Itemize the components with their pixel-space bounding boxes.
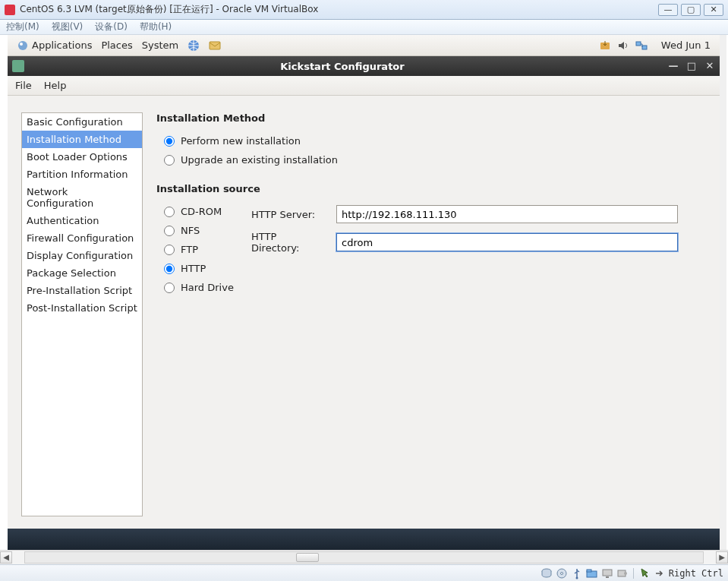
- radio-upgrade-install-label: Upgrade an existing installation: [181, 154, 338, 166]
- app-menu-help[interactable]: Help: [44, 80, 67, 91]
- svg-point-16: [624, 572, 627, 575]
- radio-source-http-input[interactable]: [164, 264, 175, 274]
- scroll-thumb[interactable]: [296, 553, 319, 562]
- scroll-right-arrow[interactable]: ▶: [716, 551, 728, 564]
- status-separator: [633, 568, 634, 579]
- radio-upgrade-install-input[interactable]: [164, 155, 175, 166]
- app-content: Basic ConfigurationInstallation MethodBo…: [8, 96, 720, 529]
- section-installation-source: Installation source: [156, 183, 708, 194]
- kickstart-icon: [12, 60, 24, 72]
- sidebar-item-boot-loader-options[interactable]: Boot Loader Options: [22, 148, 142, 166]
- record-icon[interactable]: [616, 567, 629, 579]
- sidebar-item-display-configuration[interactable]: Display Configuration: [22, 247, 142, 264]
- svg-point-10: [575, 576, 578, 579]
- hard-disk-icon[interactable]: [540, 567, 553, 579]
- radio-source-ftp-label: FTP: [181, 244, 198, 255]
- http-server-input[interactable]: [336, 205, 678, 223]
- host-close-button[interactable]: ✕: [704, 4, 723, 16]
- host-minimize-button[interactable]: —: [658, 4, 678, 16]
- sidebar-item-network-configuration[interactable]: Network Configuration: [22, 183, 142, 212]
- radio-source-ftp-input[interactable]: [164, 245, 175, 255]
- globe-icon: [188, 39, 200, 52]
- section-installation-method: Installation Method: [156, 112, 708, 124]
- svg-rect-3: [210, 42, 220, 49]
- radio-source-cdrom-label: CD-ROM: [181, 206, 222, 217]
- display-icon[interactable]: [601, 567, 613, 579]
- panel-system-label: System: [142, 39, 178, 51]
- svg-rect-12: [587, 570, 591, 572]
- guest-display: Applications Places System Wed Jun 1 Kic…: [8, 35, 720, 550]
- svg-rect-6: [642, 46, 647, 49]
- radio-source-harddrive[interactable]: Hard Drive: [156, 278, 236, 297]
- host-window-titlebar: CentOS 6.3 LVM (target原始备份) [正在运行] - Ora…: [0, 0, 728, 20]
- radio-source-harddrive-input[interactable]: [164, 283, 175, 293]
- svg-rect-5: [636, 42, 641, 46]
- svg-rect-14: [606, 576, 609, 578]
- panel-clock[interactable]: Wed Jun 1: [654, 39, 711, 51]
- host-horizontal-scrollbar[interactable]: ◀ ▶: [0, 550, 728, 564]
- svg-rect-13: [603, 570, 612, 576]
- mouse-integration-icon[interactable]: [638, 567, 651, 579]
- radio-source-nfs-input[interactable]: [164, 226, 175, 236]
- app-close-button[interactable]: ✕: [704, 61, 715, 71]
- http-directory-input[interactable]: [336, 233, 678, 251]
- host-menu-help[interactable]: 帮助(H): [140, 21, 172, 33]
- app-title: Kickstart Configurator: [24, 61, 660, 72]
- foot-icon: [17, 39, 29, 52]
- sidebar-item-authentication[interactable]: Authentication: [22, 212, 142, 229]
- svg-point-1: [20, 43, 23, 46]
- radio-upgrade-install[interactable]: Upgrade an existing installation: [156, 150, 708, 169]
- sidebar-item-installation-method[interactable]: Installation Method: [22, 131, 142, 148]
- app-menu-file[interactable]: File: [15, 80, 32, 91]
- sidebar-item-package-selection[interactable]: Package Selection: [22, 264, 142, 282]
- app-maximize-button[interactable]: □: [686, 61, 697, 71]
- svg-point-0: [18, 41, 27, 50]
- http-server-label: HTTP Server:: [251, 209, 327, 220]
- update-icon[interactable]: [599, 39, 611, 52]
- radio-source-nfs-label: NFS: [181, 225, 200, 236]
- http-directory-label: HTTP Directory:: [251, 231, 327, 254]
- sidebar-item-basic-configuration[interactable]: Basic Configuration: [22, 113, 142, 131]
- panel-launcher-mail[interactable]: [204, 39, 225, 52]
- panel-places-label: Places: [101, 39, 132, 51]
- host-statusbar: Right Ctrl: [0, 564, 728, 581]
- volume-icon[interactable]: [617, 39, 629, 52]
- radio-source-http[interactable]: HTTP: [156, 259, 236, 278]
- radio-source-ftp[interactable]: FTP: [156, 240, 236, 259]
- virtualbox-icon: [5, 5, 15, 15]
- optical-disk-icon[interactable]: [556, 567, 568, 579]
- radio-source-cdrom-input[interactable]: [164, 207, 175, 217]
- shared-folder-icon[interactable]: [586, 567, 598, 579]
- host-key-label: Right Ctrl: [669, 568, 723, 579]
- radio-source-http-label: HTTP: [181, 263, 206, 274]
- radio-new-install[interactable]: Perform new installation: [156, 131, 708, 150]
- host-key-arrow-icon: [654, 567, 666, 579]
- radio-source-harddrive-label: Hard Drive: [181, 282, 234, 293]
- gnome-bottom-panel: [8, 529, 720, 550]
- radio-new-install-input[interactable]: [164, 136, 175, 147]
- host-menu-control[interactable]: 控制(M): [6, 21, 39, 33]
- scroll-left-arrow[interactable]: ◀: [0, 551, 12, 564]
- panel-system[interactable]: System: [137, 39, 183, 51]
- panel-places[interactable]: Places: [96, 39, 137, 51]
- network-icon[interactable]: [635, 39, 648, 52]
- usb-icon[interactable]: [571, 567, 583, 579]
- sidebar-item-partition-information[interactable]: Partition Information: [22, 166, 142, 183]
- guest-scrollbar-right[interactable]: [720, 35, 726, 550]
- panel-launcher-browser[interactable]: [183, 39, 204, 52]
- host-window-title: CentOS 6.3 LVM (target原始备份) [正在运行] - Ora…: [20, 3, 318, 16]
- radio-source-cdrom[interactable]: CD-ROM: [156, 202, 236, 221]
- scroll-track[interactable]: [24, 551, 704, 564]
- host-menubar: 控制(M) 视图(V) 设备(D) 帮助(H): [0, 20, 728, 35]
- sidebar-item-pre-installation-script[interactable]: Pre-Installation Script: [22, 282, 142, 299]
- sidebar-item-firewall-configuration[interactable]: Firewall Configuration: [22, 229, 142, 247]
- sidebar-item-post-installation-script[interactable]: Post-Installation Script: [22, 299, 142, 317]
- host-menu-device[interactable]: 设备(D): [95, 21, 128, 33]
- app-minimize-button[interactable]: —: [668, 61, 679, 71]
- panel-applications-label: Applications: [32, 39, 92, 51]
- radio-source-nfs[interactable]: NFS: [156, 221, 236, 240]
- panel-applications[interactable]: Applications: [12, 39, 96, 52]
- svg-point-9: [560, 572, 563, 574]
- host-maximize-button[interactable]: ▢: [681, 4, 701, 16]
- host-menu-view[interactable]: 视图(V): [52, 21, 84, 33]
